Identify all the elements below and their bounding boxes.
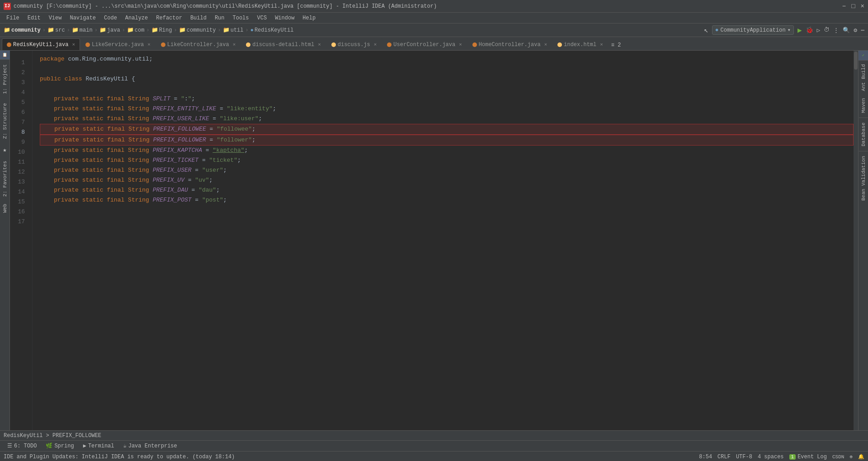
indent-selector[interactable]: 4 spaces [758, 454, 784, 460]
position-indicator[interactable]: 8:54 [699, 454, 712, 460]
breadcrumb-java[interactable]: java [107, 27, 120, 33]
maximize-button[interactable]: □ [851, 3, 855, 10]
notification-icon: 🔔 [858, 454, 864, 460]
menu-refactor[interactable]: Refactor [152, 14, 186, 22]
tab-label-index-html: index.html [564, 42, 596, 48]
tab-close-index-html[interactable]: × [600, 42, 603, 47]
menu-window[interactable]: Window [271, 14, 298, 22]
panel-database[interactable]: Database [860, 119, 867, 150]
menu-file[interactable]: File [3, 14, 23, 22]
scrollbar-thumb[interactable] [854, 52, 858, 70]
tab-close-discuss-detail[interactable]: × [318, 42, 321, 47]
tab-usercontroller[interactable]: UserController.java × [382, 38, 467, 50]
terminal-button[interactable]: ▶ Terminal [80, 442, 118, 450]
run-config-selector[interactable]: ● CommunityApplication ▾ [712, 25, 794, 35]
spring-button[interactable]: 🌿 Spring [42, 442, 77, 450]
profile-button[interactable]: ⏱ [824, 27, 830, 33]
panel-ant-build[interactable]: Ant Build [860, 61, 867, 94]
java-enterprise-button[interactable]: ☕ Java Enterprise [119, 442, 180, 450]
panel-web[interactable]: Web [1, 201, 9, 216]
todo-icon: ☰ [7, 442, 12, 449]
tab-close-homecontroller[interactable]: × [544, 42, 547, 47]
csdn-label: CSDN [832, 454, 844, 460]
menu-edit[interactable]: Edit [24, 14, 44, 22]
line-ending-selector[interactable]: CRLF [717, 454, 731, 460]
panel-favorites[interactable]: ★ [1, 143, 8, 156]
menu-code[interactable]: Code [100, 14, 121, 22]
status-bar: IDE and Plugin Updates: IntelliJ IDEA is… [0, 451, 868, 461]
panel-project[interactable]: 1: Project [1, 60, 9, 99]
menu-help[interactable]: Help [299, 14, 319, 22]
file-breadcrumb: RedisKeyUtil > PREFIX_FOLLOWEE [0, 430, 868, 440]
run-config-dropdown-icon[interactable]: ▾ [788, 27, 791, 33]
editor-area: 1 2 3 4 5 6 7 8 9 10 11 12 13 14 15 16 1 [10, 51, 858, 430]
panel-favorites-label[interactable]: 2: Favorites [1, 156, 9, 201]
menu-build[interactable]: Build [187, 14, 210, 22]
ring-folder-icon: 📁 [151, 27, 158, 33]
tab-close-likecontroller[interactable]: × [233, 42, 236, 47]
indent-value: 4 spaces [758, 454, 784, 460]
breadcrumb-util[interactable]: util [231, 27, 244, 33]
tab-close-rediskeyutil[interactable]: × [72, 42, 75, 47]
right-panel-header[interactable]: ✓ [859, 51, 868, 61]
network-icon: ⊕ [849, 454, 853, 460]
menu-vcs[interactable]: VCS [254, 14, 271, 22]
menu-view[interactable]: View [45, 14, 66, 22]
menu-tools[interactable]: Tools [229, 14, 253, 22]
toolbar-more-icon[interactable]: ⋯ [861, 27, 864, 34]
menu-analyze[interactable]: Analyze [122, 14, 151, 22]
search-everywhere-icon[interactable]: 🔍 [843, 27, 850, 34]
tab-icon-likeservice [85, 42, 90, 47]
tab-label-usercontroller: UserController.java [393, 42, 455, 48]
panel-maven[interactable]: Maven [860, 94, 867, 117]
code-line-3: public class RedisKeyUtil { [40, 74, 854, 84]
event-log-button[interactable]: 1 Event Log [789, 454, 827, 460]
tab-discuss-js[interactable]: discuss.js × [326, 38, 382, 50]
run-button[interactable]: ▶ [797, 26, 802, 35]
tab-homecontroller[interactable]: HomeController.java × [467, 38, 552, 50]
tabs-more-button[interactable]: ≡ 2 [609, 40, 624, 50]
tab-close-usercontroller[interactable]: × [459, 42, 462, 47]
run-with-coverage-button[interactable]: ▷ [817, 27, 821, 34]
tab-likecontroller[interactable]: LikeController.java × [156, 38, 241, 50]
project-panel-header[interactable]: 📋 [0, 51, 10, 60]
tab-discuss-detail[interactable]: discuss-detail.html × [241, 38, 326, 50]
breadcrumb-com[interactable]: com [135, 27, 145, 33]
src-folder-icon: 📁 [47, 27, 54, 33]
tab-icon-index-html [557, 42, 562, 47]
code-editor[interactable]: 1 2 3 4 5 6 7 8 9 10 11 12 13 14 15 16 1 [10, 51, 858, 430]
panel-structure[interactable]: Z: Structure [1, 99, 9, 143]
tab-close-likeservice[interactable]: × [147, 42, 151, 47]
menu-navigate[interactable]: Navigate [66, 14, 99, 22]
minimize-button[interactable]: − [842, 3, 846, 10]
debug-button[interactable]: 🐞 [806, 26, 813, 34]
window-controls[interactable]: − □ × [842, 3, 864, 10]
breadcrumb-class[interactable]: RedisKeyUtil [255, 27, 293, 33]
menu-run[interactable]: Run [211, 14, 228, 22]
panel-bean-validation[interactable]: Bean Validation [860, 152, 867, 204]
settings-icon[interactable]: ⚙ [854, 27, 857, 34]
breadcrumb-ring[interactable]: Ring [159, 27, 172, 33]
tab-rediskeyutil[interactable]: RedisKeyUtil.java × [2, 38, 80, 50]
encoding-value: UTF-8 [736, 454, 752, 460]
navigate-back-icon[interactable]: ↖ [704, 26, 708, 35]
more-run-icon[interactable]: ⋮ [833, 27, 839, 34]
breadcrumb-src[interactable]: src [55, 27, 65, 33]
bottom-toolbar: ☰ 6: TODO 🌿 Spring ▶ Terminal ☕ Java Ent… [0, 440, 868, 451]
tab-icon-usercontroller [387, 42, 392, 47]
project-panel-icon: 📋 [2, 52, 7, 57]
java-enterprise-label: Java Enterprise [128, 443, 177, 449]
close-button[interactable]: × [861, 3, 864, 10]
scrollbar[interactable] [854, 51, 858, 430]
breadcrumb-main[interactable]: main [80, 27, 93, 33]
encoding-selector[interactable]: UTF-8 [736, 454, 752, 460]
breadcrumb-community[interactable]: community [11, 27, 41, 33]
breadcrumb-community2[interactable]: community [187, 27, 216, 33]
tab-likeservice[interactable]: LikeService.java × [80, 38, 156, 50]
todo-button[interactable]: ☰ 6: TODO [4, 442, 40, 450]
code-content[interactable]: package com.Ring.community.util; public … [33, 51, 854, 430]
code-line-6: private static final String PREFIX_ENTIT… [40, 104, 854, 114]
window-title: community [F:\community] - ...\src\main\… [14, 3, 437, 9]
tab-close-discuss-js[interactable]: × [374, 42, 377, 47]
tab-index-html[interactable]: index.html × [552, 38, 608, 50]
